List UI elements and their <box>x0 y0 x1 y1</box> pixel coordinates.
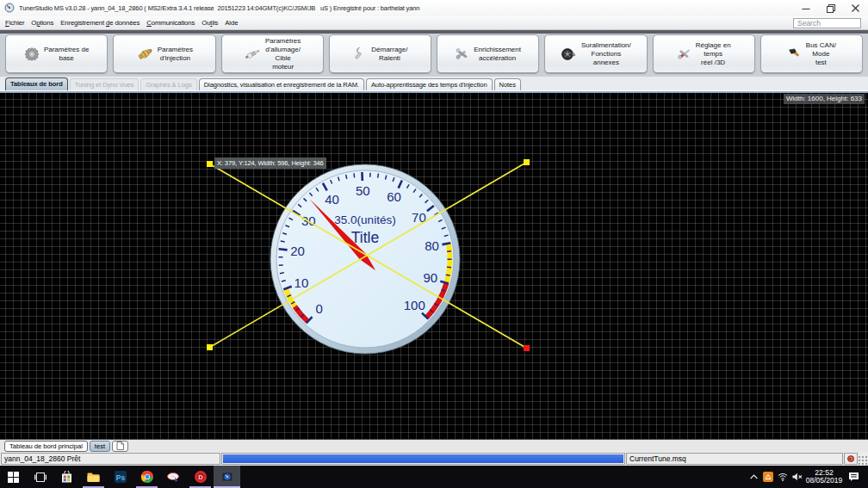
status-bar: yann_04_18_2860 Prêt CurrentTune.msq <box>0 452 868 466</box>
progress-bar <box>221 453 625 465</box>
tab-notes[interactable]: Notes <box>494 78 521 90</box>
menu-enregistrement[interactable]: Enregistrement de données <box>57 16 143 30</box>
injection-settings-label: Paramètres d'injection <box>158 46 193 63</box>
can-test-button[interactable]: Bus CAN/ Mode test <box>760 34 863 73</box>
window-title: TunerStudio MS v3.0.28 - yann_04_18_2860… <box>19 0 419 16</box>
menu-outils[interactable]: Outils <box>198 16 221 30</box>
selection-handle-bottom-right[interactable] <box>524 345 530 351</box>
new-dashboard-button[interactable] <box>112 441 128 452</box>
startup-idle-button[interactable]: Démarrage/ Ralenti <box>329 34 431 73</box>
connection-status <box>844 453 858 465</box>
chevron-up-icon <box>750 474 758 479</box>
realtime-tuning-label: Réglage en temps réel /3D <box>696 41 731 67</box>
tab-tuning-dyno[interactable]: Tuning et Dyno Vues <box>70 78 139 90</box>
injection-settings-button[interactable]: Paramètres d'injection <box>113 34 215 73</box>
menu-options[interactable]: Options <box>28 16 57 30</box>
notification-icon <box>848 472 859 482</box>
task-view-button[interactable] <box>27 466 53 488</box>
task-view-icon <box>34 472 46 483</box>
tab-auto-apprentissage[interactable]: Auto-apprentissage des temps d'injection <box>366 78 493 90</box>
menu-aide[interactable]: Aide <box>221 16 241 30</box>
tab-graphes-logs[interactable]: Graphes & Logs <box>140 78 196 90</box>
start-button[interactable] <box>0 466 27 488</box>
hammer-icon <box>787 46 802 61</box>
realtime-tuning-button[interactable]: Réglage en temps réel /3D <box>653 34 755 73</box>
orange-tray-icon <box>763 472 773 482</box>
toolbar-top-strip <box>0 30 868 34</box>
startup-idle-label: Démarrage/ Ralenti <box>371 46 407 63</box>
can-test-label: Bus CAN/ Mode test <box>806 41 836 67</box>
selection-handle-top-left[interactable] <box>207 161 213 167</box>
menu-fichier[interactable]: Fichier <box>2 16 28 30</box>
clock[interactable]: 22:52 08/05/2019 <box>805 466 843 488</box>
restore-icon <box>827 4 835 13</box>
folder-icon <box>87 472 100 483</box>
vnc-app-button[interactable] <box>160 466 187 488</box>
close-icon <box>852 4 859 12</box>
window-controls <box>793 0 868 16</box>
accel-enrichment-label: Enrichissement accélération <box>474 46 521 63</box>
search-input[interactable] <box>793 18 861 28</box>
dashboard-tab-bar: Tableau de bord principal test <box>0 439 868 452</box>
microsoft-store-button[interactable] <box>53 466 80 488</box>
red-d-icon: D <box>195 471 207 483</box>
idm-app-button[interactable]: D <box>187 466 214 488</box>
tunerstudio-taskbar-button[interactable] <box>214 466 240 488</box>
wifi-icon <box>778 473 788 481</box>
action-center-button[interactable] <box>843 466 864 488</box>
app-icon <box>4 3 15 13</box>
close-button[interactable] <box>843 0 868 16</box>
boost-aux-button[interactable]: Suralimentation/ Fonctions annexes <box>544 34 647 73</box>
ignition-settings-label: Paramètres d'allumage/ Cible moteur <box>265 37 301 71</box>
tunerstudio-window: TunerStudio MS v3.0.28 - yann_04_18_2860… <box>0 0 868 488</box>
menu-communications[interactable]: Communications <box>143 16 198 30</box>
disc-app-icon <box>167 472 180 483</box>
title-bar: TunerStudio MS v3.0.28 - yann_04_18_2860… <box>0 0 868 16</box>
store-icon <box>61 471 72 483</box>
accel-tools-icon <box>455 46 469 61</box>
selection-handle-top-right[interactable] <box>524 159 530 165</box>
minimize-button[interactable] <box>793 0 818 16</box>
gear-icon <box>24 46 40 62</box>
menu-bar: Fichier Options Enregistrement de donnée… <box>0 16 868 30</box>
photoshop-button[interactable]: Ps <box>107 466 133 488</box>
system-tray: 22:52 08/05/2019 <box>747 466 868 488</box>
volume-button[interactable] <box>790 466 805 488</box>
selection-geometry-label: X: 379, Y:124, Width: 596, Height: 346 <box>214 158 326 169</box>
injector-icon <box>136 46 153 62</box>
tray-date: 08/05/2019 <box>806 477 843 485</box>
windows-logo-icon <box>8 472 19 483</box>
dashboard-canvas[interactable]: Width: 1600, Height: 633 010203040506070… <box>0 93 868 439</box>
chrome-button[interactable] <box>133 466 160 488</box>
basic-settings-label: Paramètres de base <box>44 46 89 63</box>
network-button[interactable] <box>775 466 790 488</box>
selection-handle-bottom-left[interactable] <box>207 344 213 350</box>
dashboard-tab-test[interactable]: test <box>90 441 110 452</box>
ignition-settings-button[interactable]: Paramètres d'allumage/ Cible moteur <box>221 34 324 73</box>
toolbar: Paramètres de base Paramètres d'injectio… <box>0 30 868 77</box>
tray-chevron-button[interactable] <box>747 466 760 488</box>
file-explorer-button[interactable] <box>80 466 107 488</box>
starter-icon <box>352 46 367 61</box>
basic-settings-button[interactable]: Paramètres de base <box>5 34 108 73</box>
maximize-button[interactable] <box>818 0 843 16</box>
main-tab-bar: Tableaux de bord Tuning et Dyno Vues Gra… <box>0 77 868 90</box>
status-text: yann_04_18_2860 Prêt <box>1 453 220 465</box>
photoshop-icon: Ps <box>115 471 127 483</box>
selection-overlay <box>0 93 868 439</box>
resize-grip[interactable] <box>859 456 867 465</box>
chrome-icon <box>141 471 153 483</box>
progress-fill <box>223 454 623 463</box>
accel-enrichment-button[interactable]: Enrichissement accélération <box>437 34 539 73</box>
new-page-icon <box>116 442 124 450</box>
sparkplug-icon <box>244 46 261 62</box>
tab-diagnostics[interactable]: Diagnostics, visualisation et enregistre… <box>199 78 364 90</box>
boost-aux-label: Suralimentation/ Fonctions annexes <box>581 41 631 67</box>
windows-taskbar: Ps D <box>0 466 868 488</box>
tray-app-button[interactable] <box>760 466 775 488</box>
minimize-icon <box>802 4 810 13</box>
current-tune-file: CurrentTune.msq <box>626 453 843 465</box>
screwdriver-wrench-icon <box>677 46 691 61</box>
tab-tableaux-de-bord[interactable]: Tableaux de bord <box>5 77 68 90</box>
dashboard-tab-principal[interactable]: Tableau de bord principal <box>4 441 88 452</box>
